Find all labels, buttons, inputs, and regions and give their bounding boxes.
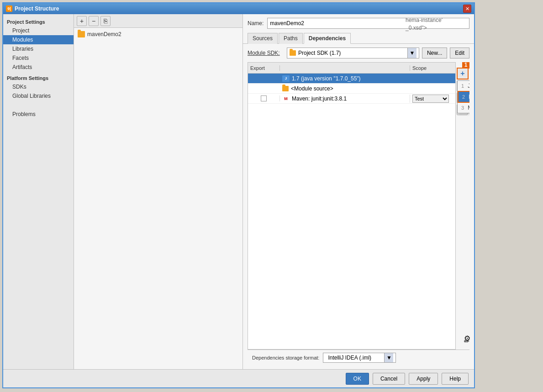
sidebar-item-project[interactable]: Project: [3, 26, 74, 35]
dropdown-item-jars[interactable]: 1 JARs or directories...: [458, 81, 469, 91]
col-export-header: Export: [248, 65, 280, 71]
sdk-row: Module SDK: Project SDK (1.7) ▼ New... E…: [248, 48, 469, 58]
cell-name-1: J 1.7 (java version "1.7.0_55"): [280, 74, 410, 83]
dropdown-label-2: Library...: [469, 94, 469, 100]
bottom-bar: OK Cancel Apply Help: [3, 369, 474, 387]
badge-1: 1: [462, 62, 469, 69]
sdk-label: Module SDK:: [248, 50, 284, 56]
table-header: Export Scope: [248, 63, 455, 74]
plus-icon: +: [460, 69, 464, 78]
apply-button[interactable]: Apply: [409, 373, 438, 385]
col-scope-header: Scope: [410, 65, 455, 71]
sidebar-item-facets[interactable]: Facets: [3, 53, 74, 63]
right-panel: hema-instance' _0.xsd"> Name: Sources Pa…: [243, 14, 474, 369]
dependencies-content: Module SDK: Project SDK (1.7) ▼ New... E…: [243, 44, 474, 369]
sidebar: Project Settings Project Modules Librari…: [3, 14, 74, 369]
module-panel: + − ⎘ mavenDemo2: [74, 14, 243, 369]
sidebar-item-sdks[interactable]: SDKs: [3, 82, 74, 91]
cancel-button[interactable]: Cancel: [373, 373, 405, 385]
folder-icon: [78, 31, 85, 37]
ok-button[interactable]: OK: [346, 373, 369, 385]
dep-name-1: 1.7 (java version "1.7.0_55"): [292, 75, 361, 82]
sdk-dropdown-arrow[interactable]: ▼: [407, 48, 416, 58]
tab-paths[interactable]: Paths: [279, 33, 303, 44]
storage-select[interactable]: IntelliJ IDEA (.iml) ▼: [323, 353, 396, 363]
app-icon: 9|: [6, 5, 12, 12]
dropdown-item-module-dep[interactable]: 3 Module Dependency...: [458, 103, 469, 113]
sidebar-item-artifacts[interactable]: Artifacts: [3, 63, 74, 72]
cell-name-2: <Module source>: [280, 85, 410, 93]
gear-settings-button[interactable]: ⚙: [464, 334, 470, 343]
table-row[interactable]: J 1.7 (java version "1.7.0_55"): [248, 74, 455, 84]
storage-label: Dependencies storage format:: [252, 355, 319, 360]
module-list: mavenDemo2: [74, 28, 243, 369]
table-row[interactable]: <Module source>: [248, 84, 455, 94]
sdk-edit-button[interactable]: Edit: [450, 48, 469, 58]
tabs-row: Sources Paths Dependencies: [243, 32, 474, 44]
dependencies-table: Export Scope J 1.7 (java version "1.7.0_…: [248, 62, 456, 350]
platform-settings-header: Platform Settings: [3, 72, 74, 82]
cell-export-3[interactable]: [248, 95, 280, 101]
sdk-new-button[interactable]: New...: [422, 48, 447, 58]
dep-name-2: <Module source>: [291, 85, 333, 92]
tab-sources[interactable]: Sources: [248, 33, 278, 44]
close-button[interactable]: ✕: [463, 5, 471, 13]
table-row[interactable]: M Maven: junit:junit:3.8.1 Test Compile …: [248, 94, 455, 104]
dropdown-num-3: 3: [461, 105, 464, 111]
module-toolbar: + − ⎘: [74, 14, 243, 28]
project-settings-header: Project Settings: [3, 18, 74, 26]
maven-icon: M: [282, 95, 290, 102]
add-dropdown-menu: 1 JARs or directories... 2 Library... 2 …: [457, 80, 469, 113]
scope-select-3[interactable]: Test Compile Runtime Provided: [412, 95, 449, 103]
window-title: Project Structure: [15, 5, 59, 12]
dropdown-label-1: JARs or directories...: [468, 83, 469, 89]
sdk-select[interactable]: Project SDK (1.7) ▼: [287, 48, 419, 58]
sidebar-item-modules[interactable]: Modules: [3, 35, 74, 44]
title-bar: 9| Project Structure ✕: [3, 3, 474, 14]
dropdown-label-3: Module Dependency...: [468, 105, 469, 111]
copy-module-button[interactable]: ⎘: [100, 16, 111, 26]
cell-scope-3[interactable]: Test Compile Runtime Provided: [410, 95, 455, 103]
storage-dropdown-arrow[interactable]: ▼: [384, 353, 393, 362]
tab-dependencies[interactable]: Dependencies: [304, 33, 351, 44]
jdk-icon: J: [282, 75, 290, 82]
sidebar-item-libraries[interactable]: Libraries: [3, 44, 74, 53]
module-name: mavenDemo2: [87, 31, 121, 37]
export-checkbox-3[interactable]: [261, 95, 267, 101]
dep-name-3: Maven: junit:junit:3.8.1: [292, 95, 347, 102]
table-area: Export Scope J 1.7 (java version "1.7.0_…: [248, 62, 469, 350]
bg-code: hema-instance' _0.xsd">: [406, 16, 474, 32]
remove-module-button[interactable]: −: [89, 16, 99, 26]
dropdown-num-2: 2: [462, 94, 465, 100]
list-item[interactable]: mavenDemo2: [74, 30, 243, 39]
dropdown-item-library[interactable]: 2 Library... 2: [458, 91, 469, 103]
storage-format-row: Dependencies storage format: IntelliJ ID…: [248, 350, 469, 366]
storage-value: IntelliJ IDEA (.iml): [326, 355, 384, 361]
help-button[interactable]: Help: [442, 373, 469, 385]
add-module-button[interactable]: +: [77, 16, 87, 26]
add-dependency-button[interactable]: +: [457, 68, 469, 79]
name-label: Name:: [248, 20, 264, 26]
gear-icon: ⚙: [464, 334, 470, 342]
dropdown-num-1: 1: [461, 83, 464, 89]
add-button-container: 1 +: [457, 62, 469, 79]
sdk-value: Project SDK (1.7): [298, 50, 407, 56]
sidebar-item-global-libraries[interactable]: Global Libraries: [3, 91, 74, 101]
cell-name-3: M Maven: junit:junit:3.8.1: [280, 95, 410, 103]
module-source-icon: [282, 86, 289, 91]
sidebar-item-problems[interactable]: Problems: [3, 110, 74, 119]
sdk-folder-icon: [290, 50, 296, 56]
